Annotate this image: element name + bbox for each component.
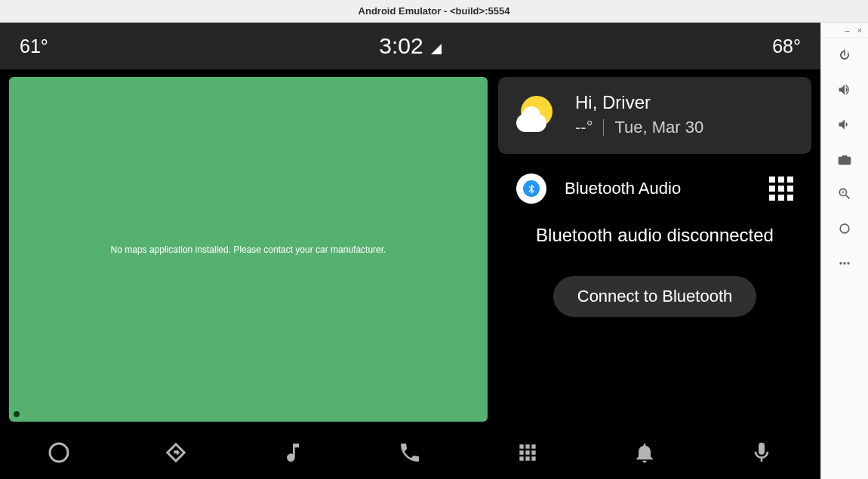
bottom-nav [0, 426, 820, 479]
status-bar: 61° 3:02 68° [0, 23, 820, 69]
status-clock: 3:02 [379, 33, 441, 59]
svg-point-4 [847, 262, 849, 264]
nav-phone-button[interactable] [393, 436, 426, 469]
maps-empty-text: No maps application installed. Please co… [111, 244, 386, 255]
driver-date: Tue, Mar 30 [614, 118, 703, 137]
tool-power-button[interactable] [821, 38, 869, 72]
signal-icon [431, 44, 442, 54]
weather-icon [516, 96, 554, 134]
bluetooth-title: Bluetooth Audio [565, 179, 681, 198]
window-close-button[interactable]: × [857, 26, 862, 35]
window-minimize-button[interactable]: – [845, 26, 849, 35]
status-temp-left[interactable]: 61° [20, 35, 48, 57]
status-temp-right[interactable]: 68° [772, 35, 801, 57]
nav-home-button[interactable] [42, 436, 75, 469]
bluetooth-icon [516, 173, 546, 204]
svg-point-2 [839, 262, 842, 264]
emulator-side-toolbar: – × [820, 23, 868, 479]
svg-point-1 [840, 224, 849, 233]
nav-notifications-button[interactable] [628, 436, 661, 469]
driver-greeting: Hi, Driver [575, 92, 703, 113]
tool-back-button[interactable] [821, 211, 869, 246]
apps-grid-icon[interactable] [769, 177, 793, 201]
tool-volume-down-button[interactable] [821, 107, 869, 142]
clock-text: 3:02 [379, 33, 423, 59]
emulator-titlebar: Android Emulator - <build>:5554 [0, 0, 868, 23]
svg-point-0 [50, 444, 68, 462]
driver-card[interactable]: Hi, Driver --° Tue, Mar 30 [498, 77, 811, 154]
maps-indicator-dot [14, 411, 20, 417]
nav-apps-button[interactable] [511, 436, 544, 469]
connect-bluetooth-button[interactable]: Connect to Bluetooth [553, 276, 756, 317]
window-title: Android Emulator - <build>:5554 [359, 5, 510, 17]
maps-panel[interactable]: No maps application installed. Please co… [9, 77, 488, 422]
divider [603, 119, 604, 136]
tool-more-button[interactable] [821, 246, 869, 281]
nav-mic-button[interactable] [745, 436, 778, 469]
nav-music-button[interactable] [276, 436, 309, 469]
tool-zoom-in-button[interactable] [821, 177, 869, 211]
svg-point-3 [843, 262, 845, 264]
device-screen: 61° 3:02 68° No maps application install… [0, 23, 820, 479]
nav-directions-button[interactable] [159, 436, 192, 469]
driver-temp: --° [575, 118, 593, 137]
bluetooth-card: Bluetooth Audio Bluetooth audio disconne… [498, 161, 811, 422]
tool-camera-button[interactable] [821, 142, 869, 177]
tool-volume-up-button[interactable] [821, 72, 869, 107]
bluetooth-status: Bluetooth audio disconnected [516, 225, 793, 246]
